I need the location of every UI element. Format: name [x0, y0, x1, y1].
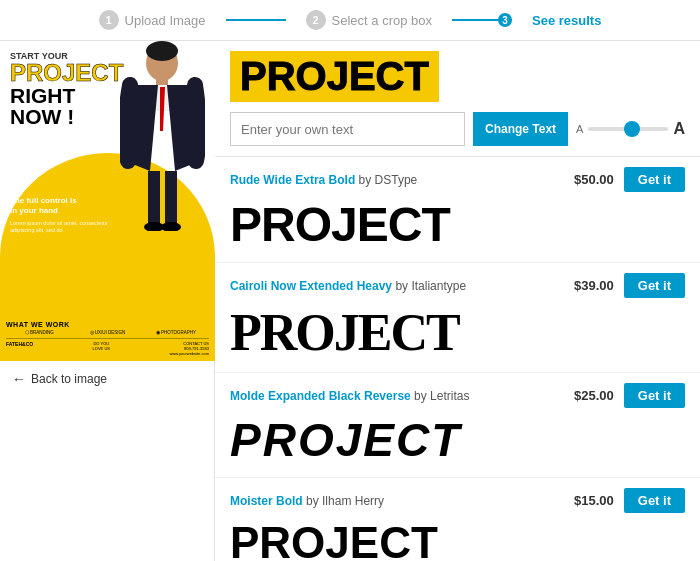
font-preview-2: PROJECT: [230, 413, 685, 467]
font-meta-0: Rude Wide Extra Bold by DSType: [230, 173, 417, 187]
back-to-image[interactable]: ← Back to image: [0, 361, 214, 397]
nav-step-1[interactable]: 1 Upload Image: [99, 10, 206, 30]
svg-point-9: [144, 222, 164, 231]
poster-tagline3: Lorem ipsum dolor sit amet, consectetur …: [10, 220, 110, 235]
poster-footer-right: CONTACT US809-791-3583www.yourwebsite.co…: [169, 341, 209, 356]
poster-tagline: The full control is: [10, 196, 110, 206]
svg-rect-2: [156, 77, 168, 85]
back-arrow-icon: ←: [12, 371, 26, 387]
font-name-3[interactable]: Moister Bold: [230, 494, 303, 508]
slider-container: A A: [576, 120, 685, 138]
font-meta-3: Moister Bold by Ilham Herry: [230, 494, 384, 508]
poster-footer-center: DO YOULOVE US: [93, 341, 110, 356]
svg-rect-7: [148, 171, 160, 226]
get-it-button-1[interactable]: Get it: [624, 273, 685, 298]
left-panel: START YOUR PROJECT RIGHT NOW !: [0, 41, 215, 561]
font-price-action-2: $25.00 Get it: [574, 383, 685, 408]
font-name-2[interactable]: Molde Expanded Black Reverse: [230, 389, 411, 403]
font-by-1: by: [395, 279, 411, 293]
poster-icon-photo: ◉ PHOTOGRAPHY: [143, 330, 209, 335]
font-by-2: by: [414, 389, 430, 403]
step-label-2: Select a crop box: [332, 13, 432, 28]
font-preview-0: PROJECT: [230, 197, 685, 252]
font-meta-1: Cairoli Now Extended Heavy by Italiantyp…: [230, 279, 466, 293]
text-input[interactable]: [230, 112, 465, 146]
main-container: START YOUR PROJECT RIGHT NOW !: [0, 41, 700, 561]
font-price-0: $50.00: [574, 172, 614, 187]
font-name-1[interactable]: Cairoli Now Extended Heavy: [230, 279, 392, 293]
font-size-slider[interactable]: [588, 127, 668, 131]
step-num-1: 1: [99, 10, 119, 30]
poster-now: NOW !: [10, 106, 123, 127]
font-meta-2: Molde Expanded Black Reverse by Letritas: [230, 389, 469, 403]
font-price-action-0: $50.00 Get it: [574, 167, 685, 192]
nav-connector-1: [226, 19, 286, 21]
font-result-1-header: Cairoli Now Extended Heavy by Italiantyp…: [230, 273, 685, 298]
poster-tagline2: in your hand: [10, 206, 110, 216]
right-panel: PROJECT Change Text A A Rude Wide Extra …: [215, 41, 700, 561]
preview-text-area: PROJECT Change Text A A: [215, 41, 700, 157]
svg-point-10: [161, 222, 181, 231]
controls-row: Change Text A A: [230, 112, 685, 146]
font-result-0-header: Rude Wide Extra Bold by DSType $50.00 Ge…: [230, 167, 685, 192]
font-price-action-1: $39.00 Get it: [574, 273, 685, 298]
svg-rect-8: [165, 171, 177, 226]
font-result-3: Moister Bold by Ilham Herry $15.00 Get i…: [215, 478, 700, 561]
slider-small-a: A: [576, 123, 583, 135]
slider-big-a: A: [673, 120, 685, 138]
back-label: Back to image: [31, 372, 107, 386]
font-result-2-header: Molde Expanded Black Reverse by Letritas…: [230, 383, 685, 408]
font-price-1: $39.00: [574, 278, 614, 293]
get-it-button-0[interactable]: Get it: [624, 167, 685, 192]
font-price-3: $15.00: [574, 493, 614, 508]
step-label-1: Upload Image: [125, 13, 206, 28]
font-result-1: Cairoli Now Extended Heavy by Italiantyp…: [215, 263, 700, 373]
font-foundry-3: Ilham Herry: [322, 494, 384, 508]
font-foundry-0: DSType: [375, 173, 418, 187]
change-text-button[interactable]: Change Text: [473, 112, 568, 146]
nav-step-2[interactable]: 2 Select a crop box: [306, 10, 432, 30]
get-it-button-3[interactable]: Get it: [624, 488, 685, 513]
svg-point-1: [146, 41, 178, 61]
poster-icon-branding: ⬡ BRANDING: [6, 330, 72, 335]
top-navigation: 1 Upload Image 2 Select a crop box 3 See…: [0, 0, 700, 41]
font-result-2: Molde Expanded Black Reverse by Letritas…: [215, 373, 700, 478]
top-project-preview: PROJECT: [240, 54, 429, 98]
step-num-2: 2: [306, 10, 326, 30]
font-foundry-2: Letritas: [430, 389, 469, 403]
poster-icon-ux: ◎ UX/UI DESIGN: [74, 330, 140, 335]
poster-footer-left: FATEH&CO: [6, 341, 33, 356]
font-name-0[interactable]: Rude Wide Extra Bold: [230, 173, 355, 187]
font-result-3-header: Moister Bold by Ilham Herry $15.00 Get i…: [230, 488, 685, 513]
poster-right: RIGHT: [10, 85, 123, 106]
font-by-3: by: [306, 494, 322, 508]
font-result-0: Rude Wide Extra Bold by DSType $50.00 Ge…: [215, 157, 700, 263]
poster-man-svg: [120, 41, 205, 231]
get-it-button-2[interactable]: Get it: [624, 383, 685, 408]
poster-preview: START YOUR PROJECT RIGHT NOW !: [0, 41, 215, 361]
step-circle-3: 3: [498, 13, 512, 27]
font-price-action-3: $15.00 Get it: [574, 488, 685, 513]
font-by-0: by: [359, 173, 375, 187]
nav-step-3[interactable]: See results: [532, 13, 601, 28]
font-price-2: $25.00: [574, 388, 614, 403]
font-preview-3: PROJECT: [230, 518, 685, 561]
poster-project: PROJECT: [10, 61, 123, 85]
step-label-3: See results: [532, 13, 601, 28]
poster-what-we-work: WHAT WE WORK: [6, 321, 209, 328]
font-preview-1: PROJECT: [230, 303, 685, 362]
font-foundry-1: Italiantype: [411, 279, 466, 293]
